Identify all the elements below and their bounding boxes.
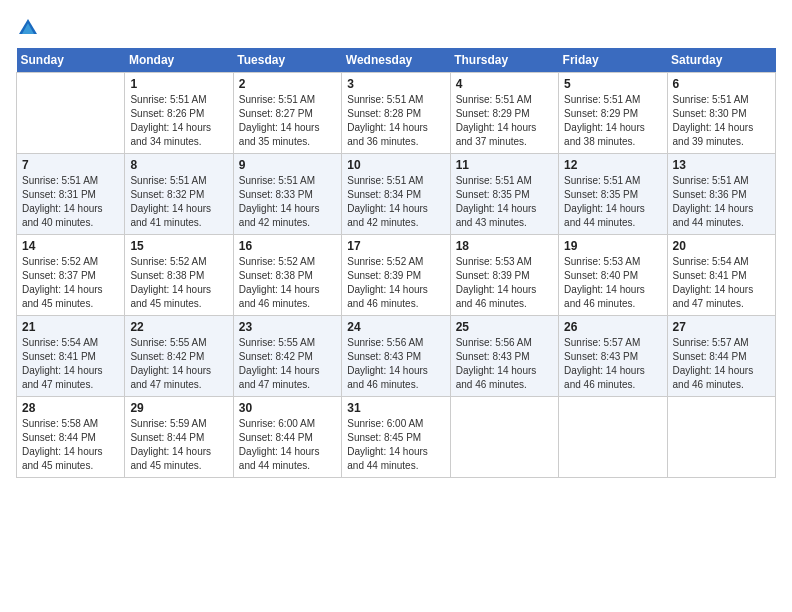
sunset-text: Sunset: 8:42 PM (239, 351, 313, 362)
day-info: Sunrise: 5:51 AM Sunset: 8:26 PM Dayligh… (130, 93, 227, 149)
daylight-text: Daylight: 14 hours and 45 minutes. (130, 284, 211, 309)
day-info: Sunrise: 5:52 AM Sunset: 8:39 PM Dayligh… (347, 255, 444, 311)
daylight-text: Daylight: 14 hours and 45 minutes. (130, 446, 211, 471)
day-number: 29 (130, 401, 227, 415)
sunrise-text: Sunrise: 5:54 AM (673, 256, 749, 267)
day-number: 21 (22, 320, 119, 334)
sunset-text: Sunset: 8:41 PM (22, 351, 96, 362)
calendar-row: 7 Sunrise: 5:51 AM Sunset: 8:31 PM Dayli… (17, 154, 776, 235)
daylight-text: Daylight: 14 hours and 46 minutes. (456, 365, 537, 390)
day-info: Sunrise: 5:55 AM Sunset: 8:42 PM Dayligh… (239, 336, 336, 392)
calendar-cell: 26 Sunrise: 5:57 AM Sunset: 8:43 PM Dayl… (559, 316, 667, 397)
calendar-cell: 8 Sunrise: 5:51 AM Sunset: 8:32 PM Dayli… (125, 154, 233, 235)
calendar-row: 1 Sunrise: 5:51 AM Sunset: 8:26 PM Dayli… (17, 73, 776, 154)
daylight-text: Daylight: 14 hours and 42 minutes. (239, 203, 320, 228)
day-info: Sunrise: 5:55 AM Sunset: 8:42 PM Dayligh… (130, 336, 227, 392)
sunset-text: Sunset: 8:43 PM (347, 351, 421, 362)
sunrise-text: Sunrise: 5:51 AM (239, 175, 315, 186)
calendar-cell: 22 Sunrise: 5:55 AM Sunset: 8:42 PM Dayl… (125, 316, 233, 397)
sunrise-text: Sunrise: 5:52 AM (239, 256, 315, 267)
daylight-text: Daylight: 14 hours and 46 minutes. (239, 284, 320, 309)
calendar-cell: 13 Sunrise: 5:51 AM Sunset: 8:36 PM Dayl… (667, 154, 775, 235)
sunrise-text: Sunrise: 6:00 AM (347, 418, 423, 429)
sunrise-text: Sunrise: 5:56 AM (456, 337, 532, 348)
calendar-cell: 28 Sunrise: 5:58 AM Sunset: 8:44 PM Dayl… (17, 397, 125, 478)
day-info: Sunrise: 5:56 AM Sunset: 8:43 PM Dayligh… (347, 336, 444, 392)
sunrise-text: Sunrise: 5:51 AM (456, 175, 532, 186)
daylight-text: Daylight: 14 hours and 45 minutes. (22, 446, 103, 471)
sunrise-text: Sunrise: 5:51 AM (456, 94, 532, 105)
day-number: 6 (673, 77, 770, 91)
day-info: Sunrise: 5:53 AM Sunset: 8:40 PM Dayligh… (564, 255, 661, 311)
day-info: Sunrise: 5:58 AM Sunset: 8:44 PM Dayligh… (22, 417, 119, 473)
day-number: 9 (239, 158, 336, 172)
day-info: Sunrise: 5:54 AM Sunset: 8:41 PM Dayligh… (22, 336, 119, 392)
sunset-text: Sunset: 8:44 PM (239, 432, 313, 443)
sunset-text: Sunset: 8:39 PM (347, 270, 421, 281)
sunrise-text: Sunrise: 5:51 AM (673, 175, 749, 186)
sunset-text: Sunset: 8:39 PM (456, 270, 530, 281)
daylight-text: Daylight: 14 hours and 47 minutes. (130, 365, 211, 390)
calendar-header-row: SundayMondayTuesdayWednesdayThursdayFrid… (17, 48, 776, 73)
day-number: 26 (564, 320, 661, 334)
sunrise-text: Sunrise: 5:52 AM (22, 256, 98, 267)
day-number: 30 (239, 401, 336, 415)
day-info: Sunrise: 5:51 AM Sunset: 8:28 PM Dayligh… (347, 93, 444, 149)
calendar-cell: 18 Sunrise: 5:53 AM Sunset: 8:39 PM Dayl… (450, 235, 558, 316)
calendar-cell: 1 Sunrise: 5:51 AM Sunset: 8:26 PM Dayli… (125, 73, 233, 154)
day-number: 3 (347, 77, 444, 91)
calendar-cell: 3 Sunrise: 5:51 AM Sunset: 8:28 PM Dayli… (342, 73, 450, 154)
daylight-text: Daylight: 14 hours and 46 minutes. (673, 365, 754, 390)
day-info: Sunrise: 5:51 AM Sunset: 8:30 PM Dayligh… (673, 93, 770, 149)
sunset-text: Sunset: 8:44 PM (22, 432, 96, 443)
sunrise-text: Sunrise: 5:55 AM (239, 337, 315, 348)
sunrise-text: Sunrise: 5:51 AM (673, 94, 749, 105)
calendar-cell: 5 Sunrise: 5:51 AM Sunset: 8:29 PM Dayli… (559, 73, 667, 154)
calendar-header-wednesday: Wednesday (342, 48, 450, 73)
sunset-text: Sunset: 8:31 PM (22, 189, 96, 200)
daylight-text: Daylight: 14 hours and 37 minutes. (456, 122, 537, 147)
calendar-cell: 23 Sunrise: 5:55 AM Sunset: 8:42 PM Dayl… (233, 316, 341, 397)
day-number: 7 (22, 158, 119, 172)
daylight-text: Daylight: 14 hours and 47 minutes. (22, 365, 103, 390)
day-number: 17 (347, 239, 444, 253)
sunrise-text: Sunrise: 5:54 AM (22, 337, 98, 348)
sunrise-text: Sunrise: 5:51 AM (564, 175, 640, 186)
calendar-cell: 17 Sunrise: 5:52 AM Sunset: 8:39 PM Dayl… (342, 235, 450, 316)
calendar-cell: 20 Sunrise: 5:54 AM Sunset: 8:41 PM Dayl… (667, 235, 775, 316)
calendar-table: SundayMondayTuesdayWednesdayThursdayFrid… (16, 48, 776, 478)
day-number: 8 (130, 158, 227, 172)
day-number: 14 (22, 239, 119, 253)
day-number: 12 (564, 158, 661, 172)
day-number: 16 (239, 239, 336, 253)
day-info: Sunrise: 5:53 AM Sunset: 8:39 PM Dayligh… (456, 255, 553, 311)
sunrise-text: Sunrise: 5:57 AM (564, 337, 640, 348)
sunset-text: Sunset: 8:35 PM (564, 189, 638, 200)
day-number: 10 (347, 158, 444, 172)
day-info: Sunrise: 5:51 AM Sunset: 8:31 PM Dayligh… (22, 174, 119, 230)
day-info: Sunrise: 5:51 AM Sunset: 8:33 PM Dayligh… (239, 174, 336, 230)
sunset-text: Sunset: 8:27 PM (239, 108, 313, 119)
logo-icon (16, 16, 40, 40)
day-number: 15 (130, 239, 227, 253)
sunrise-text: Sunrise: 5:52 AM (347, 256, 423, 267)
day-info: Sunrise: 5:56 AM Sunset: 8:43 PM Dayligh… (456, 336, 553, 392)
calendar-header-sunday: Sunday (17, 48, 125, 73)
sunset-text: Sunset: 8:38 PM (130, 270, 204, 281)
day-number: 5 (564, 77, 661, 91)
sunset-text: Sunset: 8:43 PM (564, 351, 638, 362)
calendar-cell (17, 73, 125, 154)
day-info: Sunrise: 5:51 AM Sunset: 8:36 PM Dayligh… (673, 174, 770, 230)
sunset-text: Sunset: 8:29 PM (456, 108, 530, 119)
calendar-cell: 30 Sunrise: 6:00 AM Sunset: 8:44 PM Dayl… (233, 397, 341, 478)
sunrise-text: Sunrise: 5:51 AM (130, 94, 206, 105)
day-number: 24 (347, 320, 444, 334)
calendar-row: 14 Sunrise: 5:52 AM Sunset: 8:37 PM Dayl… (17, 235, 776, 316)
daylight-text: Daylight: 14 hours and 47 minutes. (673, 284, 754, 309)
calendar-cell: 10 Sunrise: 5:51 AM Sunset: 8:34 PM Dayl… (342, 154, 450, 235)
calendar-cell: 27 Sunrise: 5:57 AM Sunset: 8:44 PM Dayl… (667, 316, 775, 397)
calendar-cell: 15 Sunrise: 5:52 AM Sunset: 8:38 PM Dayl… (125, 235, 233, 316)
sunset-text: Sunset: 8:28 PM (347, 108, 421, 119)
calendar-cell: 7 Sunrise: 5:51 AM Sunset: 8:31 PM Dayli… (17, 154, 125, 235)
day-info: Sunrise: 6:00 AM Sunset: 8:45 PM Dayligh… (347, 417, 444, 473)
